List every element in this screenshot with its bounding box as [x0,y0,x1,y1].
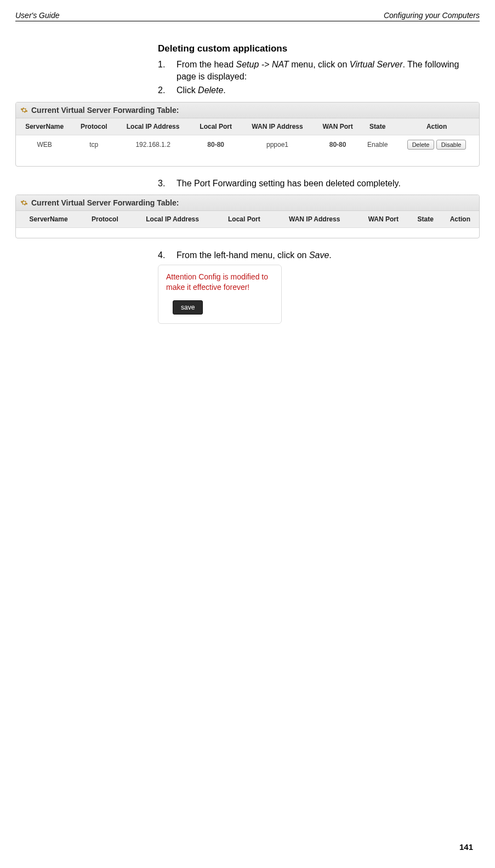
panel-header: Current Virtual Server Forwarding Table: [16,102,479,118]
th-servername: ServerName [16,118,73,135]
th-state: State [410,211,441,228]
th-localport: Local Port [216,211,272,228]
gear-icon [20,106,28,114]
save-button[interactable]: save [173,300,203,315]
th-action: Action [441,211,479,228]
th-wanport: WAN Port [315,118,361,135]
screenshot-table-2: Current Virtual Server Forwarding Table:… [15,195,480,238]
screenshot-table-1: Current Virtual Server Forwarding Table:… [15,102,480,167]
header-right: Configuring your Computers [384,11,480,20]
th-wanip: WAN IP Address [240,118,315,135]
header-left: User's Guide [15,11,59,20]
forwarding-table-2: ServerName Protocol Local IP Address Loc… [16,211,479,228]
cell-localport: 80-80 [191,135,240,154]
content-column-2: 3. The Port Forwarding setting has been … [158,178,469,190]
cell-wanport: 80-80 [315,135,361,154]
th-wanport: WAN Port [357,211,410,228]
th-protocol: Protocol [73,118,115,135]
th-servername: ServerName [16,211,81,228]
save-card: Attention Config is modified to make it … [158,265,282,324]
attention-text: Attention Config is modified to make it … [166,272,274,293]
content-column: Deleting custom applications 1. From the… [158,43,469,96]
step-3: 3. The Port Forwarding setting has been … [158,178,469,190]
page-header: User's Guide Configuring your Computers [15,11,480,21]
content-column-3: 4. From the left-hand menu, click on Sav… [158,249,469,261]
page-number: 141 [459,842,473,852]
step-text: The Port Forwarding setting has been del… [177,178,401,190]
step-4: 4. From the left-hand menu, click on Sav… [158,249,469,261]
step-number: 2. [158,84,177,96]
disable-button[interactable]: Disable [436,140,466,150]
panel-title: Current Virtual Server Forwarding Table: [31,106,179,115]
th-wanip: WAN IP Address [272,211,357,228]
table-header-row: ServerName Protocol Local IP Address Loc… [16,118,479,135]
step-1: 1. From the head Setup -> NAT menu, clic… [158,59,469,82]
cell-action: Delete Disable [394,135,479,154]
panel-header: Current Virtual Server Forwarding Table: [16,195,479,211]
step-list-3: 4. From the left-hand menu, click on Sav… [158,249,469,261]
th-localport: Local Port [191,118,240,135]
step-text: From the head Setup -> NAT menu, click o… [177,59,469,82]
cell-wanip: pppoe1 [240,135,315,154]
table-header-row: ServerName Protocol Local IP Address Loc… [16,211,479,228]
step-text: Click Delete. [177,84,226,96]
step-number: 4. [158,249,177,261]
th-state: State [361,118,394,135]
panel-title: Current Virtual Server Forwarding Table: [31,198,179,207]
cell-state: Enable [361,135,394,154]
step-list-2: 3. The Port Forwarding setting has been … [158,178,469,190]
th-localip: Local IP Address [115,118,191,135]
section-title: Deleting custom applications [158,43,469,54]
cell-protocol: tcp [73,135,115,154]
cell-servername: WEB [16,135,73,154]
gear-icon [20,199,28,207]
step-number: 3. [158,178,177,190]
step-number: 1. [158,59,177,82]
th-action: Action [394,118,479,135]
table-row: WEB tcp 192.168.1.2 80-80 pppoe1 80-80 E… [16,135,479,154]
th-protocol: Protocol [81,211,129,228]
delete-button[interactable]: Delete [407,140,435,150]
th-localip: Local IP Address [129,211,217,228]
cell-localip: 192.168.1.2 [115,135,191,154]
step-text: From the left-hand menu, click on Save. [177,249,332,261]
step-2: 2. Click Delete. [158,84,469,96]
step-list-1: 1. From the head Setup -> NAT menu, clic… [158,59,469,96]
forwarding-table-1: ServerName Protocol Local IP Address Loc… [16,118,479,154]
